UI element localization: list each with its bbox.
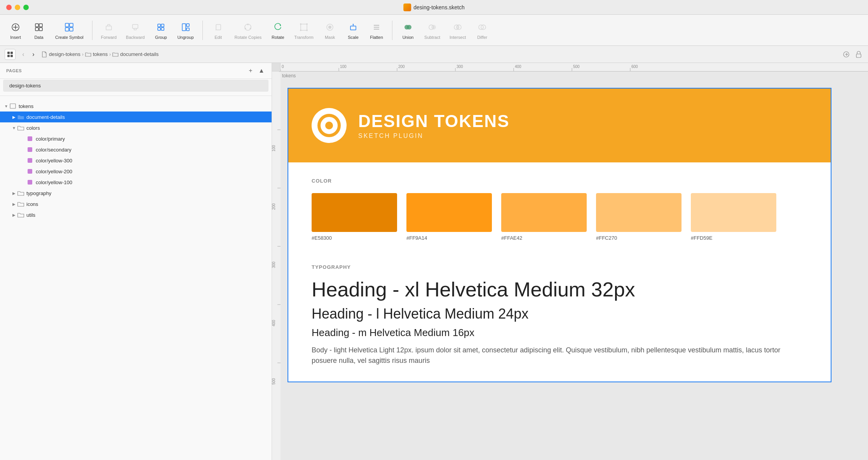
ungroup-button[interactable]: Ungroup [173, 19, 197, 42]
svg-text:200: 200 [398, 64, 405, 69]
svg-rect-61 [28, 147, 32, 152]
utils-folder-icon [17, 211, 24, 218]
page-icon [41, 51, 47, 57]
sidebar: PAGES + ▲ design-tokens ▼ tokens ▶ [0, 63, 272, 460]
insert-label: Insert [10, 35, 21, 40]
svg-text:100: 100 [272, 145, 276, 152]
group-icon [155, 21, 167, 33]
toolbar: Insert Data Create Symbol [0, 15, 868, 46]
tree-item-color-secondary[interactable]: color/secondary [0, 144, 272, 155]
edit-button[interactable]: Edit [207, 19, 229, 42]
folder-blue-icon [17, 113, 24, 120]
back-arrow[interactable]: ‹ [19, 50, 28, 59]
forward-button[interactable]: Forward [97, 19, 120, 42]
intersect-button[interactable]: Intersect [446, 19, 470, 42]
forward-icon [103, 21, 115, 33]
mask-label: Mask [325, 35, 335, 40]
maximize-button[interactable] [23, 5, 29, 10]
svg-text:200: 200 [272, 203, 276, 210]
close-button[interactable] [6, 5, 12, 10]
swatch-hex-5: #FFD59E [691, 235, 776, 241]
canvas-corner [272, 63, 281, 71]
insert-button[interactable]: Insert [5, 19, 26, 42]
color-y300-label: color/yellow-300 [36, 158, 72, 164]
subtract-label: Subtract [424, 35, 440, 40]
svg-rect-53 [7, 52, 10, 54]
canvas-scroll[interactable]: DESIGN TOKENS SKETCH PLUGIN COLOR #E5830… [284, 80, 866, 460]
grid-view-button[interactable] [5, 49, 16, 60]
svg-point-46 [407, 25, 411, 30]
flatten-button[interactable]: Flatten [366, 19, 387, 42]
no-expand-3 [20, 157, 26, 164]
tree-item-icons[interactable]: ▶ icons [0, 199, 272, 209]
pages-actions: + ▲ [247, 67, 265, 75]
symbol-y200-icon [26, 168, 33, 175]
breadcrumb: design-tokens › tokens › document-detail… [41, 51, 159, 57]
tree-item-color-yellow-100[interactable]: color/yellow-100 [0, 177, 272, 188]
rotate-button[interactable]: Rotate [267, 19, 289, 42]
svg-text:300: 300 [272, 261, 276, 268]
tree-item-utils[interactable]: ▶ utils [0, 209, 272, 220]
create-symbol-button[interactable]: Create Symbol [51, 19, 87, 42]
rotate-copies-button[interactable]: Rotate Copies [231, 19, 266, 42]
svg-rect-19 [158, 24, 160, 27]
svg-marker-31 [279, 25, 281, 26]
tree-item-color-primary[interactable]: color/primary [0, 133, 272, 144]
data-button[interactable]: Data [28, 19, 50, 42]
navbar: ‹ › design-tokens › tokens › document-de… [0, 46, 868, 63]
tree-item-tokens[interactable]: ▼ tokens [0, 101, 272, 112]
forward-arrow[interactable]: › [29, 50, 38, 59]
tree-item-color-yellow-200[interactable]: color/yellow-200 [0, 166, 272, 177]
svg-rect-56 [10, 55, 13, 57]
layer-tree: ▼ tokens ▶ document-details ▼ [0, 99, 272, 460]
svg-text:500: 500 [573, 64, 580, 69]
svg-marker-41 [352, 24, 354, 24]
dt-logo [312, 108, 347, 143]
pages-header: PAGES + ▲ [0, 63, 272, 79]
rotate-copies-label: Rotate Copies [235, 35, 262, 40]
add-page-button[interactable]: + [247, 67, 254, 75]
svg-point-28 [247, 24, 249, 25]
colors-label: colors [26, 125, 40, 131]
tree-item-color-yellow-300[interactable]: color/yellow-300 [0, 155, 272, 166]
ruler-top: 0 100 200 300 400 500 600 [281, 63, 868, 71]
subtract-button[interactable]: Subtract [420, 19, 444, 42]
canvas-area[interactable]: 0 100 200 300 400 500 600 100 [272, 63, 868, 460]
share-icon-btn[interactable] [842, 50, 851, 59]
expand-colors-icon: ▼ [11, 125, 17, 131]
minimize-button[interactable] [15, 5, 20, 10]
svg-text:100: 100 [340, 64, 347, 69]
color-section: COLOR #E58300 #FF9A14 [288, 162, 831, 256]
mask-button[interactable]: Mask [319, 19, 341, 42]
swatch-rect-2 [406, 193, 492, 232]
union-button[interactable]: Union [397, 19, 419, 42]
backward-label: Backward [126, 35, 145, 40]
expand-tokens-icon: ▼ [3, 103, 9, 109]
color-section-label: COLOR [312, 178, 807, 184]
edit-icon [212, 21, 225, 33]
breadcrumb-item-0[interactable]: design-tokens [49, 51, 80, 57]
breadcrumb-item-1[interactable]: tokens [93, 51, 108, 57]
lock-icon-btn[interactable] [854, 50, 863, 59]
ruler-top-svg: 0 100 200 300 400 500 600 [281, 63, 868, 71]
page-item-design-tokens[interactable]: design-tokens [3, 80, 268, 92]
artboard-icon [9, 103, 16, 110]
differ-button[interactable]: Differ [471, 19, 493, 42]
union-icon [402, 21, 414, 33]
no-expand-2 [20, 146, 26, 153]
union-label: Union [403, 35, 414, 40]
icons-folder-icon [17, 200, 24, 207]
transform-label: Transform [294, 35, 314, 40]
rotate-copies-icon [242, 21, 254, 33]
group-button[interactable]: Group [150, 19, 172, 42]
tree-item-colors[interactable]: ▼ colors [0, 122, 272, 133]
collapse-pages-button[interactable]: ▲ [258, 67, 265, 75]
backward-button[interactable]: Backward [122, 19, 148, 42]
scale-button[interactable]: Scale [342, 19, 364, 42]
transform-button[interactable]: Transform [290, 19, 317, 42]
tree-item-typography[interactable]: ▶ typography [0, 188, 272, 199]
tree-item-document-details[interactable]: ▶ document-details [0, 112, 272, 122]
breadcrumb-item-2[interactable]: document-details [120, 51, 159, 57]
expand-utils-icon: ▶ [11, 212, 17, 218]
symbol-y300-icon [26, 157, 33, 164]
